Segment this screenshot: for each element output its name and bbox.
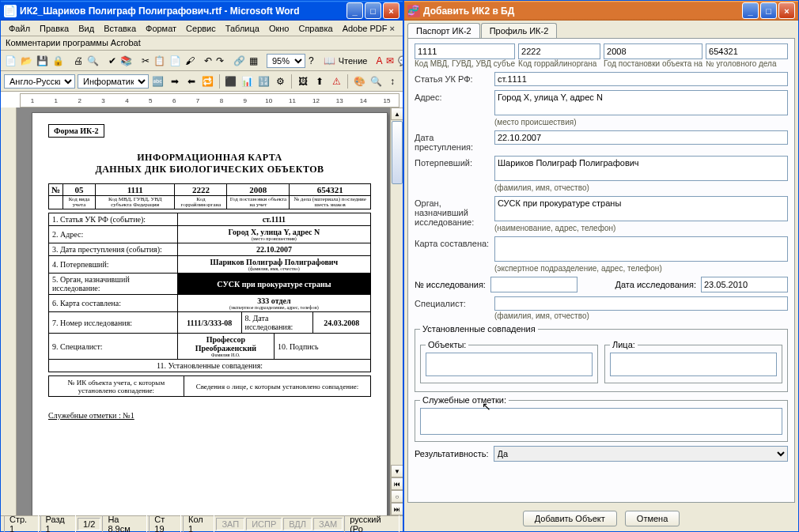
zoom-combo[interactable]: 95%	[267, 54, 305, 68]
tab-passport[interactable]: Паспорт ИК-2	[407, 23, 480, 38]
organ-input[interactable]: СУСК при прокуратуре страны	[494, 196, 788, 221]
preview-icon[interactable]: 🔍	[86, 54, 100, 68]
browse-prev-icon[interactable]: ⏮	[391, 477, 403, 490]
menu-edit[interactable]: Правка	[35, 22, 74, 35]
save-icon[interactable]: 💾	[36, 54, 49, 68]
result-select[interactable]: Да	[494, 446, 788, 462]
tb-icon-11[interactable]: ⚠	[329, 74, 343, 89]
research-icon[interactable]: 📚	[119, 54, 133, 68]
tb-icon-1[interactable]: 🔤	[151, 74, 165, 89]
acrobat-review-icon[interactable]: 💬	[397, 54, 403, 68]
tb-icon-14[interactable]: ↕	[385, 74, 400, 89]
objects-input[interactable]	[426, 353, 593, 376]
code-caseno-input[interactable]	[706, 43, 788, 59]
close-button[interactable]: ×	[383, 2, 400, 19]
scroll-up-icon[interactable]: ▲	[391, 108, 403, 120]
tab-profile[interactable]: Профиль ИК-2	[481, 23, 558, 38]
scroll-thumb[interactable]	[392, 121, 403, 184]
victim-input[interactable]: Шариков Полиграф Полиграфович	[494, 156, 788, 181]
doc-subtitle: ДАННЫХ ДНК БИОЛОГИЧЕСКИХ ОБЪЕКТОВ	[48, 164, 371, 175]
address-input[interactable]: Город X, улица Y, адрес N	[494, 90, 788, 115]
code-year-input[interactable]	[604, 43, 702, 59]
undo-icon[interactable]: ↶	[203, 54, 213, 68]
match-table: № ИК объекта учета, с которым установлен…	[48, 375, 371, 397]
format-painter-icon[interactable]: 🖌	[184, 54, 195, 68]
vertical-scrollbar[interactable]: ▲ ▼ ⏮ ○ ⏭	[390, 108, 403, 515]
tb-icon-4[interactable]: 🔁	[201, 74, 215, 89]
db-titlebar[interactable]: 🧬 Добавить ИК2 в БД _ □ ×	[404, 1, 798, 21]
bottom-buttons: Добавить Объект Отмена	[404, 506, 798, 531]
word-titlebar[interactable]: 📄 ИК2_Шариков Полиграф Полиграфович.rtf …	[1, 1, 403, 21]
code-mvd-input[interactable]	[415, 43, 515, 59]
specialist-input[interactable]	[494, 296, 788, 311]
menu-insert[interactable]: Вставка	[99, 22, 141, 35]
copy-icon[interactable]: 📋	[153, 54, 166, 68]
redo-icon[interactable]: ↷	[215, 54, 225, 68]
menu-format[interactable]: Формат	[141, 22, 181, 35]
help-icon[interactable]: ?	[308, 54, 315, 68]
scroll-down-icon[interactable]: ▼	[391, 465, 403, 477]
persons-input[interactable]	[610, 353, 777, 376]
acrobat-email-icon[interactable]: ✉	[385, 54, 395, 68]
tb-icon-6[interactable]: 📊	[240, 74, 255, 89]
tb-icon-9[interactable]: 🖼	[296, 74, 310, 89]
db-minimize-button[interactable]: _	[742, 2, 759, 19]
document-area[interactable]: Форма ИК-2 ИНФОРМАЦИОННАЯ КАРТА ДАННЫХ Д…	[1, 108, 403, 515]
cancel-button[interactable]: Отмена	[625, 511, 680, 526]
open-icon[interactable]: 📂	[20, 54, 33, 68]
acrobat-create-icon[interactable]: A	[375, 54, 383, 68]
tb-icon-2[interactable]: ➡	[168, 74, 182, 89]
service-input[interactable]	[420, 408, 782, 435]
vertical-ruler[interactable]	[1, 108, 17, 515]
tb-icon-12[interactable]: 🎨	[352, 74, 366, 89]
db-app-icon: 🧬	[407, 5, 420, 17]
service-marks: Служебные отметки : №1	[48, 411, 371, 420]
new-doc-icon[interactable]: 📄	[4, 54, 17, 68]
horizontal-ruler[interactable]: 1123456789101112131415	[20, 93, 400, 108]
menu-tools[interactable]: Сервис	[181, 22, 221, 35]
dict2-combo[interactable]: Информатика	[78, 74, 149, 89]
menu-adobe[interactable]: Adobe PDF	[338, 22, 392, 35]
menu-table[interactable]: Таблица	[221, 22, 264, 35]
article-input[interactable]	[494, 72, 788, 86]
menu-file[interactable]: Файл	[4, 22, 35, 35]
codes-table: № 05 1111 2222 2008 654321 Код вида учет…	[48, 183, 371, 209]
add-object-button[interactable]: Добавить Объект	[523, 511, 617, 526]
read-mode-icon[interactable]: 📖	[323, 54, 336, 68]
doc-title: ИНФОРМАЦИОННАЯ КАРТА	[48, 152, 371, 164]
db-close-button[interactable]: ×	[778, 2, 795, 19]
hyperlink-icon[interactable]: 🔗	[233, 54, 246, 68]
menu-view[interactable]: Вид	[74, 22, 99, 35]
tables-borders-icon[interactable]: ▦	[248, 54, 259, 68]
tb-icon-8[interactable]: ⚙	[273, 74, 287, 89]
standard-toolbar: 📄 📂 💾 🔒 🖨 🔍 ✔ 📚 ✂ 📋 📄 🖌 ↶ ↷ 🔗 ▦ 95% ? 📖 …	[1, 51, 403, 71]
acrobat-toolbar[interactable]: Комментарии программы Acrobat	[1, 36, 403, 51]
spellcheck-icon[interactable]: ✔	[108, 54, 117, 68]
resno-input[interactable]	[490, 277, 577, 292]
maximize-button[interactable]: □	[365, 2, 381, 19]
tb-icon-5[interactable]: ⬛	[224, 74, 238, 89]
tb-icon-7[interactable]: 🔢	[257, 74, 271, 89]
paste-icon[interactable]: 📄	[169, 54, 182, 68]
read-label[interactable]: Чтение	[339, 56, 368, 66]
resdate-input[interactable]	[701, 277, 788, 292]
print-icon[interactable]: 🖨	[73, 54, 84, 68]
cut-icon[interactable]: ✂	[141, 54, 150, 68]
browse-next-icon[interactable]: ⏭	[391, 503, 403, 515]
doc-close-icon[interactable]: ×	[385, 22, 400, 35]
menu-help[interactable]: Справка	[293, 22, 337, 35]
tb-icon-13[interactable]: 🔍	[369, 74, 383, 89]
document-page[interactable]: Форма ИК-2 ИНФОРМАЦИОННАЯ КАРТА ДАННЫХ Д…	[32, 112, 388, 515]
tb-icon-3[interactable]: ⬅	[184, 74, 199, 89]
crimedate-input[interactable]	[494, 130, 788, 145]
menu-window[interactable]: Окно	[264, 22, 294, 35]
dict1-combo[interactable]: Англо-Русский	[4, 74, 75, 89]
db-maximize-button[interactable]: □	[760, 2, 777, 19]
permissions-icon[interactable]: 🔒	[51, 54, 65, 68]
service-fieldset: Служебные отметки: ↖	[415, 395, 788, 442]
browse-select-icon[interactable]: ○	[391, 490, 403, 503]
tb-icon-10[interactable]: ⬆	[312, 74, 327, 89]
code-gorrai-input[interactable]	[518, 43, 600, 59]
card-input[interactable]	[494, 236, 788, 262]
minimize-button[interactable]: _	[346, 2, 363, 19]
